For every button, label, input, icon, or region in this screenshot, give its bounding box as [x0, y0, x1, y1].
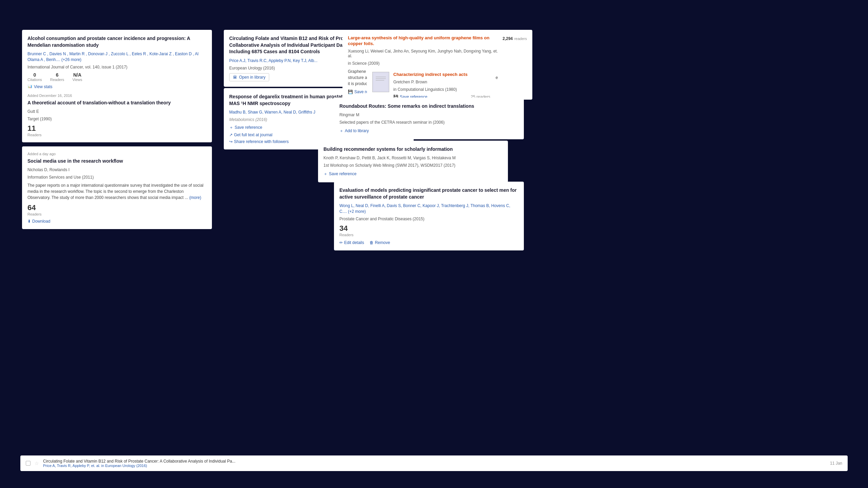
- indirect-author: Gretchen P. Brown: [393, 80, 490, 84]
- recommender-authors: Knoth P, Kershaw D, Pettit B, Jack K, Ro…: [323, 156, 502, 160]
- graphene-readers: 2,294 readers: [502, 35, 527, 41]
- bottom-bar-date: 11 Jan: [830, 461, 842, 466]
- readers-stat: 6 Readers: [50, 72, 64, 82]
- indirect-journal: in Computational Linguistics (1980): [393, 87, 490, 92]
- download-icon: ⬇: [27, 219, 31, 224]
- citations-stat: 0 Citations: [27, 72, 42, 82]
- translation-readers: 11: [27, 124, 206, 133]
- social-added-label: Added a day ago: [27, 152, 206, 156]
- fulltext-icon: ↗: [229, 133, 233, 137]
- trash-icon: 🗑: [370, 240, 374, 245]
- prostate-eval-card: Evaluation of models predicting insignif…: [334, 182, 524, 250]
- bottom-checkbox[interactable]: [26, 461, 31, 466]
- plus-icon2: ＋: [339, 128, 343, 134]
- social-abstract: The paper reports on a major internation…: [27, 182, 206, 201]
- graphene-journal: in Science (2009): [348, 61, 498, 66]
- recommender-journal: 1st Workshop on Scholarly Web Mining (SW…: [323, 163, 502, 168]
- remove-button[interactable]: 🗑 Remove: [370, 240, 390, 245]
- roundabout-title: Roundabout Routes: Some remarks on indir…: [339, 103, 518, 110]
- social-media-card: Added a day ago Social media use in the …: [22, 146, 212, 229]
- bottom-star[interactable]: ☆: [35, 461, 39, 466]
- social-title: Social media use in the research workflo…: [27, 158, 206, 165]
- alcohol-stats: 0 Citations 6 Readers N/A Views: [27, 72, 206, 82]
- edit-details-button[interactable]: ✏ Edit details: [339, 240, 364, 245]
- recommender-card: Building recommender systems for scholar…: [318, 141, 508, 182]
- save-icon: 💾: [348, 89, 353, 94]
- alcohol-card: Alcohol consumption and prostate cancer …: [22, 30, 212, 95]
- indirect-text: Characterizing indirect speech acts Gret…: [393, 72, 490, 99]
- roundabout-journal: Selected papers of the CETRA research se…: [339, 120, 518, 125]
- roundabout-author: Ringmar M: [339, 113, 518, 117]
- add-to-library-button[interactable]: ＋ Add to library: [339, 128, 518, 134]
- social-authors: Nicholas D, Rowlands I: [27, 167, 206, 172]
- recommender-title: Building recommender systems for scholar…: [323, 146, 502, 153]
- plus-icon: ＋: [229, 125, 233, 130]
- alcohol-title: Alcohol consumption and prostate cancer …: [27, 35, 206, 48]
- prostate-eval-title: Evaluation of models predicting insignif…: [339, 187, 518, 200]
- social-readers: 64: [27, 203, 206, 212]
- plus-icon3: ＋: [323, 171, 328, 177]
- views-stat: N/A Views: [72, 72, 82, 82]
- prostate-eval-actions: ✏ Edit details 🗑 Remove: [339, 240, 518, 245]
- indirect-thumbnail: [372, 72, 389, 92]
- translation-card: Added December 16, 2016 A theoretical ac…: [22, 88, 212, 142]
- prostate-eval-readers: 34: [339, 224, 518, 233]
- library-icon: 🏛: [233, 75, 237, 80]
- prostate-eval-authors[interactable]: Wong L, Neal D, Finelli A, Davis S, Bonn…: [339, 203, 518, 215]
- pencil-icon: ✏: [339, 240, 343, 245]
- svg-rect-0: [374, 74, 388, 90]
- alcohol-journal: International Journal of Cancer, vol. 14…: [27, 65, 206, 69]
- translation-author: Gutt E: [27, 109, 206, 114]
- recommender-save-button[interactable]: ＋ Save reference: [323, 171, 502, 177]
- graphene-authors: Xuesong Li, Weiwei Cai, Jinho An, Seyoun…: [348, 49, 498, 58]
- more-link[interactable]: (more): [189, 195, 201, 200]
- bottom-bar-title: Circulating Folate and Vitamin B12 and R…: [43, 459, 826, 468]
- translation-journal: Target (1990): [27, 117, 206, 121]
- open-in-library-button[interactable]: 🏛 Open in library: [229, 73, 269, 81]
- share-icon: ↪: [229, 139, 233, 144]
- social-journal: Information Services and Use (2011): [27, 175, 206, 180]
- bottom-notification-bar: ☆ Circulating Folate and Vitamin B12 and…: [20, 455, 848, 471]
- download-button[interactable]: ⬇ Download: [27, 219, 206, 224]
- indirect-title[interactable]: Characterizing indirect speech acts: [393, 72, 490, 78]
- roundabout-card: Roundabout Routes: Some remarks on indir…: [334, 98, 524, 139]
- prostate-eval-journal: Prostate Cancer and Prostatic Diseases (…: [339, 217, 518, 221]
- translation-title: A theoretical account of translation-wit…: [27, 100, 206, 106]
- alcohol-authors[interactable]: Brunner C , Davies N , Martin R , Donova…: [27, 51, 206, 63]
- graphene-title[interactable]: Large-area synthesis of high-quality and…: [348, 35, 498, 47]
- added-label: Added December 16, 2016: [27, 94, 206, 98]
- indirect-content: Characterizing indirect speech acts Gret…: [372, 72, 490, 99]
